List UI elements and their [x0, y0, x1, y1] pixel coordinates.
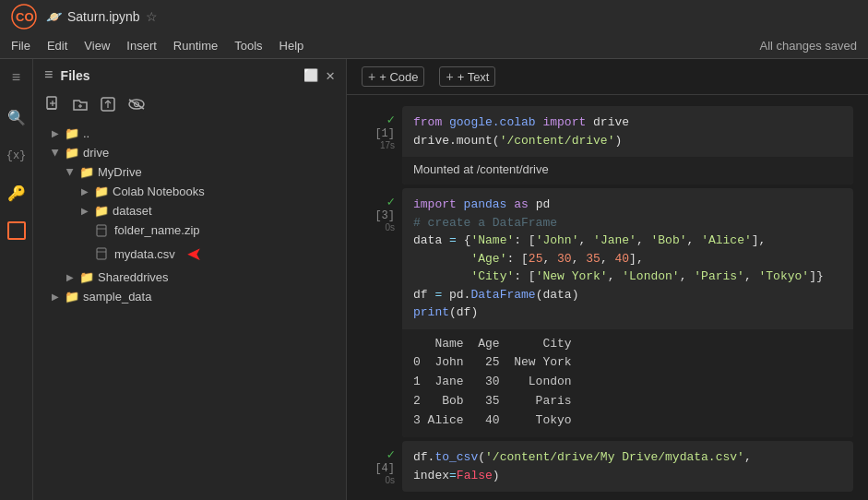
- identifier: ]}: [809, 269, 824, 283]
- saturn-planet-icon: 🪐: [46, 9, 62, 24]
- folder-icon: 📁: [94, 185, 109, 198]
- cell-1-time: 17s: [380, 140, 395, 150]
- folder-icon: 📁: [65, 146, 79, 160]
- sidebar-menu-icon[interactable]: ≡: [44, 67, 54, 84]
- menu-edit[interactable]: Edit: [47, 39, 67, 53]
- folder-icon: 📁: [65, 290, 79, 304]
- cell-3-gutter: ✓ [3] 0s: [347, 188, 402, 437]
- operator: =: [449, 233, 457, 247]
- notebook-area: + + Code + + Text ✓ [1] 17s from google.…: [347, 59, 868, 500]
- tree-item-dotdot[interactable]: ▶ 📁 ..: [33, 124, 346, 143]
- cell-4-body[interactable]: df.to_csv('/content/drive/My Drive/mydat…: [402, 441, 853, 492]
- search-icon[interactable]: 🔍: [4, 105, 30, 131]
- output-text: Mounted at /content/drive: [413, 162, 549, 176]
- tree-item-folder-zip[interactable]: folder_name.zip: [33, 220, 346, 240]
- identifier: (df): [449, 305, 478, 319]
- add-text-button[interactable]: + + Text: [439, 66, 495, 87]
- identifier: ,: [687, 233, 702, 247]
- cell-4-code: df.to_csv('/content/drive/My Drive/mydat…: [402, 441, 853, 492]
- arrow-icon: ▶: [66, 272, 74, 282]
- keyword: from: [413, 115, 449, 129]
- tree-label: Colab Notebooks: [113, 185, 205, 198]
- tree-label: ..: [83, 126, 89, 140]
- upload-button[interactable]: [100, 96, 116, 113]
- menu-insert[interactable]: Insert: [126, 39, 157, 53]
- cell-1-output: Mounted at /content/drive: [402, 157, 853, 185]
- cell-1-label: [1]: [375, 127, 395, 140]
- cell-1-body[interactable]: from google.colab import drive drive.mou…: [402, 106, 853, 185]
- menu-view[interactable]: View: [84, 39, 110, 53]
- cell-3-label: [3]: [375, 209, 395, 222]
- new-folder-button[interactable]: [72, 96, 89, 113]
- identifier: ,: [744, 269, 759, 283]
- cell-4-status-icon: ✓: [387, 446, 395, 462]
- identifier: (data): [536, 288, 579, 302]
- cell-4: ✓ [4] 0s df.to_csv('/content/drive/My Dr…: [347, 441, 868, 492]
- svg-rect-15: [97, 248, 106, 259]
- tree-item-dataset[interactable]: ▶ 📁 dataset: [33, 201, 346, 220]
- new-file-button[interactable]: [44, 96, 61, 113]
- cell-3-status-icon: ✓: [387, 194, 395, 209]
- identifier: (: [478, 450, 485, 464]
- menu-tools[interactable]: Tools: [234, 39, 262, 53]
- secrets-icon[interactable]: 🔑: [4, 181, 30, 207]
- identifier: ,: [578, 233, 593, 247]
- menu-help[interactable]: Help: [279, 39, 304, 53]
- identifier: drive.mount(: [413, 134, 500, 148]
- identifier: [413, 252, 470, 266]
- cells-container: ✓ [1] 17s from google.colab import drive…: [347, 95, 868, 500]
- hamburger-menu-icon[interactable]: ≡: [8, 66, 25, 90]
- logo-icon: CO: [11, 4, 37, 30]
- eye-slash-icon[interactable]: [127, 96, 146, 113]
- top-bar: CO 🪐 Saturn.ipynb ☆: [0, 0, 868, 33]
- variables-icon[interactable]: {x}: [3, 146, 30, 166]
- sidebar-close-icon[interactable]: ✕: [326, 66, 335, 85]
- keyword: as: [514, 197, 535, 211]
- main-layout: ≡ 🔍 {x} 🔑 ≡ Files ⬜ ✕: [0, 59, 868, 500]
- folder-icon: 📁: [79, 270, 94, 284]
- function-call: to_csv: [434, 450, 478, 464]
- function-call: print: [413, 305, 449, 319]
- identifier: df: [413, 288, 434, 302]
- number-literal: 35: [586, 252, 600, 266]
- menu-bar: File Edit View Insert Runtime Tools Help…: [0, 33, 868, 59]
- plus-icon: +: [446, 69, 453, 84]
- notebook-toolbar: + + Code + + Text: [347, 59, 868, 95]
- tree-item-mydata-csv[interactable]: mydata.csv ➤: [33, 240, 346, 268]
- file-icon: [96, 247, 107, 260]
- identifier: ,: [744, 450, 752, 464]
- tree-item-drive[interactable]: ▶ 📁 drive: [33, 143, 346, 162]
- sidebar-maximize-icon[interactable]: ⬜: [303, 68, 318, 83]
- menu-runtime[interactable]: Runtime: [173, 39, 218, 53]
- tree-item-colab-notebooks[interactable]: ▶ 📁 Colab Notebooks: [33, 182, 346, 201]
- tree-item-shareddrives[interactable]: ▶ 📁 Shareddrives: [33, 268, 346, 287]
- identifier: pd: [536, 197, 551, 211]
- string-literal: 'Paris': [694, 269, 744, 283]
- identifier: pd.: [442, 288, 470, 302]
- file-icon: [96, 224, 107, 237]
- string-literal: 'Age': [470, 252, 506, 266]
- identifier: df.: [413, 450, 434, 464]
- menu-file[interactable]: File: [11, 39, 30, 53]
- identifier: ,: [542, 252, 557, 266]
- identifier: : [: [506, 252, 528, 266]
- cell-4-gutter: ✓ [4] 0s: [347, 441, 402, 492]
- string-literal: 'London': [622, 269, 679, 283]
- cell-3-body[interactable]: import pandas as pd # create a DataFrame…: [402, 188, 853, 437]
- tree-item-sample-data[interactable]: ▶ 📁 sample_data: [33, 287, 346, 306]
- identifier: ],: [629, 252, 644, 266]
- tree-item-mydrive[interactable]: ▶ 📁 MyDrive: [33, 162, 346, 182]
- add-code-button[interactable]: + + Code: [362, 66, 424, 87]
- save-status: All changes saved: [759, 39, 857, 53]
- string-literal: 'Jane': [593, 233, 636, 247]
- cell-3-output: Name Age City 0 John 25 New York 1 Jane …: [402, 329, 853, 438]
- files-panel-icon[interactable]: [7, 221, 26, 240]
- string-literal: '/content/drive': [500, 134, 615, 148]
- red-arrow-annotation: ➤: [186, 243, 202, 265]
- plus-icon: +: [368, 69, 375, 84]
- arrow-icon: ▶: [65, 169, 76, 176]
- identifier: {: [457, 233, 471, 247]
- star-icon[interactable]: ☆: [146, 9, 158, 24]
- number-literal: 30: [557, 252, 572, 266]
- string-literal: 'Alice': [701, 233, 752, 247]
